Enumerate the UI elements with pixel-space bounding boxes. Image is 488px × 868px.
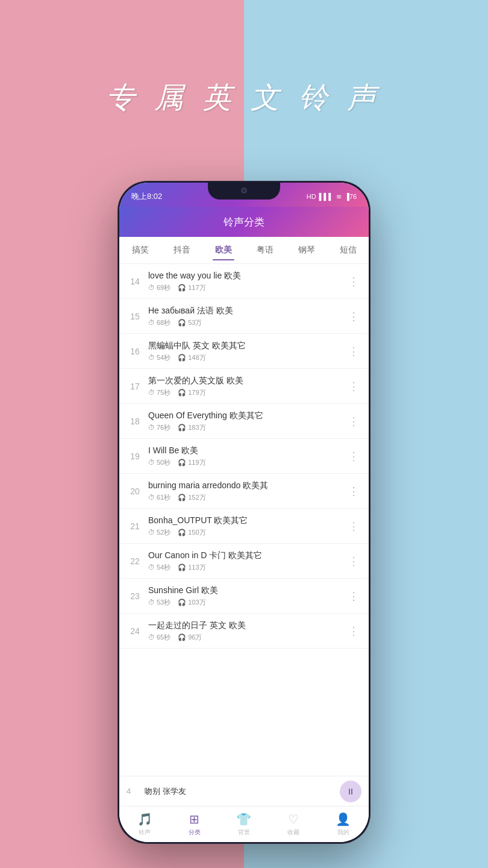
more-options-icon[interactable]: ⋮ <box>346 412 361 430</box>
headphone-icon: 🎧 <box>178 284 186 292</box>
song-plays: 🎧113万 <box>178 563 205 572</box>
nav-label-铃声: 铃声 <box>139 828 151 837</box>
song-number: 21 <box>127 521 143 531</box>
clock-icon: ⏱ <box>148 599 155 606</box>
more-options-icon[interactable]: ⋮ <box>346 377 361 395</box>
song-plays: 🎧183万 <box>178 423 205 432</box>
song-item[interactable]: 22 Our Canon in D 卡门 欧美其它 ⏱54秒 🎧113万 ⋮ <box>119 544 369 579</box>
now-playing-number: 4 <box>127 787 139 796</box>
song-number: 18 <box>127 417 143 426</box>
headphone-icon: 🎧 <box>178 564 186 571</box>
song-number: 20 <box>127 486 143 496</box>
nav-item-我的[interactable]: 👤 我的 <box>336 812 351 837</box>
phone-notch <box>208 183 280 200</box>
clock-icon: ⏱ <box>148 634 155 641</box>
song-duration: ⏱68秒 <box>148 318 170 327</box>
song-item[interactable]: 14 love the way you lie 欧美 ⏱69秒 🎧117万 ⋮ <box>119 264 369 299</box>
song-info: 黑蝙蝠中队 英文 欧美其它 ⏱54秒 🎧148万 <box>148 340 346 362</box>
song-item[interactable]: 18 Queen Of Everything 欧美其它 ⏱76秒 🎧183万 ⋮ <box>119 404 369 439</box>
nav-label-背景: 背景 <box>238 828 250 837</box>
song-title: Queen Of Everything 欧美其它 <box>148 410 346 421</box>
tab-抖音[interactable]: 抖音 <box>171 240 193 260</box>
song-info: Не забывай 法语 欧美 ⏱68秒 🎧53万 <box>148 305 346 327</box>
play-pause-button[interactable]: ⏸ <box>340 781 361 802</box>
now-playing-bar[interactable]: 4 吻别 张学友 ⏸ <box>119 776 369 806</box>
headphone-icon: 🎧 <box>178 634 186 641</box>
song-number: 22 <box>127 556 143 566</box>
nav-icon-背景: 👕 <box>236 812 251 826</box>
song-title: Не забывай 法语 欧美 <box>148 305 346 316</box>
tab-短信[interactable]: 短信 <box>337 240 359 260</box>
song-meta: ⏱54秒 🎧148万 <box>148 353 346 362</box>
wifi-icon: ≋ <box>336 193 342 201</box>
song-item[interactable]: 16 黑蝙蝠中队 英文 欧美其它 ⏱54秒 🎧148万 ⋮ <box>119 334 369 369</box>
song-item[interactable]: 17 第一次爱的人英文版 欧美 ⏱75秒 🎧179万 ⋮ <box>119 369 369 404</box>
song-duration: ⏱61秒 <box>148 493 170 502</box>
nav-icon-分类: ⊞ <box>189 812 199 826</box>
more-options-icon[interactable]: ⋮ <box>346 447 361 465</box>
clock-icon: ⏱ <box>148 424 155 431</box>
headphone-icon: 🎧 <box>178 319 186 327</box>
song-title: I Will Be 欧美 <box>148 445 346 456</box>
tab-粤语[interactable]: 粤语 <box>254 240 276 260</box>
song-item[interactable]: 24 一起走过的日子 英文 欧美 ⏱65秒 🎧96万 ⋮ <box>119 614 369 649</box>
nav-label-分类: 分类 <box>189 828 201 837</box>
app-header: 铃声分类 <box>119 207 369 237</box>
more-options-icon[interactable]: ⋮ <box>346 482 361 500</box>
headphone-icon: 🎧 <box>178 459 186 467</box>
category-tabs: 搞笑抖音欧美粤语钢琴短信 <box>119 237 369 264</box>
tab-欧美[interactable]: 欧美 <box>213 240 234 260</box>
headphone-icon: 🎧 <box>178 494 186 502</box>
clock-icon: ⏱ <box>148 354 155 361</box>
more-options-icon[interactable]: ⋮ <box>346 272 361 291</box>
headphone-icon: 🎧 <box>178 389 186 397</box>
song-title: love the way you lie 欧美 <box>148 270 346 281</box>
tab-钢琴[interactable]: 钢琴 <box>296 240 318 260</box>
song-list[interactable]: 14 love the way you lie 欧美 ⏱69秒 🎧117万 ⋮ … <box>119 264 369 806</box>
more-options-icon[interactable]: ⋮ <box>346 307 361 326</box>
song-duration: ⏱50秒 <box>148 458 170 467</box>
more-options-icon[interactable]: ⋮ <box>346 517 361 535</box>
nav-item-分类[interactable]: ⊞ 分类 <box>189 812 201 837</box>
hero-title: 专 属 英 文 铃 声 <box>106 78 382 117</box>
song-plays: 🎧103万 <box>178 598 205 607</box>
song-plays: 🎧148万 <box>178 353 205 362</box>
song-title: 黑蝙蝠中队 英文 欧美其它 <box>148 340 346 351</box>
song-info: burning maria arredondo 欧美其 ⏱61秒 🎧152万 <box>148 480 346 502</box>
song-meta: ⏱52秒 🎧150万 <box>148 528 346 537</box>
song-item[interactable]: 23 Sunshine Girl 欧美 ⏱53秒 🎧103万 ⋮ <box>119 579 369 614</box>
song-meta: ⏱65秒 🎧96万 <box>148 633 346 642</box>
nav-icon-收藏: ♡ <box>288 812 299 826</box>
nav-item-铃声[interactable]: 🎵 铃声 <box>137 812 152 837</box>
song-title: Our Canon in D 卡门 欧美其它 <box>148 550 346 561</box>
clock-icon: ⏱ <box>148 494 155 501</box>
more-options-icon[interactable]: ⋮ <box>346 342 361 360</box>
song-info: 一起走过的日子 英文 欧美 ⏱65秒 🎧96万 <box>148 620 346 641</box>
song-number: 19 <box>127 451 143 461</box>
song-meta: ⏱76秒 🎧183万 <box>148 423 346 432</box>
clock-icon: ⏱ <box>148 284 155 291</box>
song-plays: 🎧152万 <box>178 493 205 502</box>
more-options-icon[interactable]: ⋮ <box>346 587 361 605</box>
phone-mockup: 晚上8:02 HD ▌▌▌ ≋ ▐76 铃声分类 搞笑抖音欧美粤语钢琴短信 14… <box>117 181 371 844</box>
more-options-icon[interactable]: ⋮ <box>346 552 361 570</box>
nav-item-背景[interactable]: 👕 背景 <box>236 812 251 837</box>
nav-label-我的: 我的 <box>337 828 349 837</box>
clock-icon: ⏱ <box>148 529 155 536</box>
phone-screen: 晚上8:02 HD ▌▌▌ ≋ ▐76 铃声分类 搞笑抖音欧美粤语钢琴短信 14… <box>119 183 369 842</box>
song-item[interactable]: 15 Не забывай 法语 欧美 ⏱68秒 🎧53万 ⋮ <box>119 299 369 334</box>
song-plays: 🎧117万 <box>178 283 205 292</box>
song-item[interactable]: 21 Bonha_OUTPUT 欧美其它 ⏱52秒 🎧150万 ⋮ <box>119 509 369 544</box>
nav-item-收藏[interactable]: ♡ 收藏 <box>287 812 299 837</box>
song-number: 16 <box>127 347 143 356</box>
song-item[interactable]: 19 I Will Be 欧美 ⏱50秒 🎧119万 ⋮ <box>119 439 369 474</box>
song-number: 17 <box>127 382 143 391</box>
song-plays: 🎧119万 <box>178 458 205 467</box>
tab-搞笑[interactable]: 搞笑 <box>130 240 151 260</box>
song-info: Bonha_OUTPUT 欧美其它 ⏱52秒 🎧150万 <box>148 515 346 536</box>
nav-icon-铃声: 🎵 <box>137 812 152 826</box>
song-item[interactable]: 20 burning maria arredondo 欧美其 ⏱61秒 🎧152… <box>119 474 369 509</box>
song-duration: ⏱65秒 <box>148 633 170 642</box>
more-options-icon[interactable]: ⋮ <box>346 622 361 640</box>
headphone-icon: 🎧 <box>178 529 186 536</box>
